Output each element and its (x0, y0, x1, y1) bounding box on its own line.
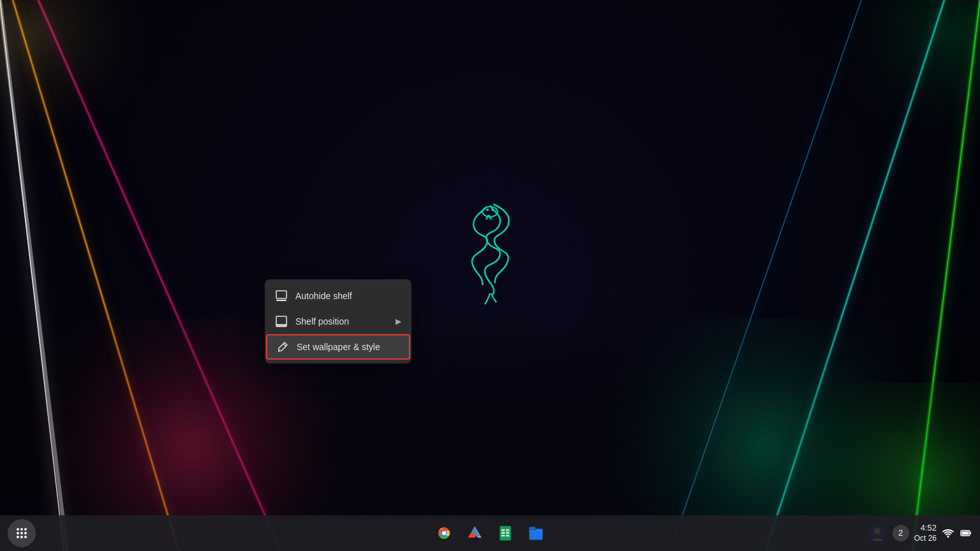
set-wallpaper-label: Set wallpaper & style (297, 342, 400, 352)
avatar[interactable] (867, 523, 887, 543)
clock-date-label: Oct 26 (914, 534, 937, 544)
menu-item-set-wallpaper[interactable]: Set wallpaper & style (266, 334, 410, 360)
shelf-position-icon (275, 315, 288, 328)
svg-point-11 (20, 532, 23, 534)
brush-icon (276, 341, 289, 353)
submenu-arrow: ▶ (396, 317, 401, 326)
svg-point-8 (20, 528, 23, 531)
notification-badge[interactable]: 2 (893, 525, 909, 541)
menu-item-shelf-position[interactable]: Shelf position ▶ (265, 309, 412, 334)
files-app-icon[interactable] (522, 519, 550, 547)
svg-rect-3 (276, 291, 286, 298)
svg-rect-36 (501, 535, 505, 537)
svg-rect-4 (276, 300, 286, 301)
svg-rect-33 (506, 529, 509, 531)
svg-point-15 (24, 536, 27, 538)
desktop: Autohide shelf Shelf position ▶ Set wall… (0, 0, 980, 551)
battery-icon[interactable] (960, 527, 972, 540)
chrome-app-icon[interactable] (430, 519, 458, 547)
clock-time: 4:52 (921, 523, 937, 534)
svg-rect-44 (970, 532, 971, 534)
svg-point-9 (24, 528, 27, 531)
svg-rect-32 (501, 529, 505, 531)
svg-rect-6 (276, 324, 286, 327)
svg-rect-45 (962, 531, 969, 534)
svg-point-41 (874, 528, 880, 534)
wifi-icon[interactable] (942, 527, 954, 540)
svg-point-20 (442, 531, 446, 535)
sheets-app-icon[interactable] (491, 519, 519, 547)
svg-point-10 (17, 532, 19, 534)
svg-point-14 (20, 536, 23, 538)
svg-point-7 (17, 528, 19, 531)
drive-app-icon[interactable] (461, 519, 489, 547)
shelf-position-label: Shelf position (295, 316, 388, 327)
svg-point-2 (491, 209, 494, 211)
menu-item-autohide-shelf[interactable]: Autohide shelf (265, 283, 412, 309)
shelf-icon (275, 290, 288, 302)
svg-point-1 (486, 209, 489, 211)
svg-rect-35 (506, 532, 509, 534)
autohide-shelf-label: Autohide shelf (295, 291, 401, 301)
svg-point-42 (947, 536, 949, 538)
launcher-button[interactable] (8, 519, 36, 547)
svg-rect-34 (501, 532, 505, 534)
shelf: 2 4:52 Oct 26 (0, 515, 980, 551)
svg-rect-37 (506, 535, 509, 537)
svg-point-13 (17, 536, 19, 538)
svg-point-12 (24, 532, 27, 534)
clock-date[interactable]: 4:52 Oct 26 (914, 523, 937, 543)
razer-logo (433, 186, 547, 314)
context-menu: Autohide shelf Shelf position ▶ Set wall… (265, 279, 412, 364)
